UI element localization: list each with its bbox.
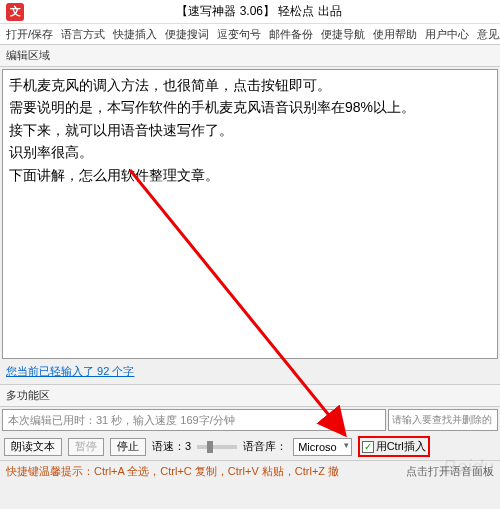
menu-open-save[interactable]: 打开/保存 xyxy=(4,27,55,42)
ctrl-insert-checkbox[interactable]: ✓ 用Ctrl插入 xyxy=(362,439,426,454)
controls-row: 朗读文本 暂停 停止 语速：3 语音库： Microso ✓ 用Ctrl插入 xyxy=(0,433,500,460)
window-title: 【速写神器 3.06】 轻松点 出品 xyxy=(24,3,494,20)
shortcut-tips: 快捷键温馨提示：Ctrl+A 全选，Ctrl+C 复制，Ctrl+V 粘贴，Ct… xyxy=(0,460,500,482)
typing-speed-info: 本次编辑已用时：31 秒，输入速度 169字/分钟 xyxy=(2,409,386,431)
multi-section-label: 多功能区 xyxy=(0,384,500,407)
status-line: 您当前已轻输入了 92 个字 xyxy=(0,361,500,382)
menu-quick-insert[interactable]: 快捷插入 xyxy=(111,27,159,42)
menu-user-center[interactable]: 用户中心 xyxy=(423,27,471,42)
ctrl-insert-label: 用Ctrl插入 xyxy=(376,439,426,454)
editor-section-label: 编辑区域 xyxy=(0,44,500,67)
speed-label: 语速：3 xyxy=(152,439,191,454)
menu-nav[interactable]: 便捷导航 xyxy=(319,27,367,42)
voice-lib-label: 语音库： xyxy=(243,439,287,454)
menu-feedback[interactable]: 意见反馈 xyxy=(475,27,500,42)
tips-text: 快捷键温馨提示：Ctrl+A 全选，Ctrl+C 复制，Ctrl+V 粘贴，Ct… xyxy=(6,464,339,479)
highlight-box: ✓ 用Ctrl插入 xyxy=(358,436,430,457)
menu-comma-period[interactable]: 逗变句号 xyxy=(215,27,263,42)
menu-search-word[interactable]: 便捷搜词 xyxy=(163,27,211,42)
menu-help[interactable]: 使用帮助 xyxy=(371,27,419,42)
menubar: 打开/保存 语言方式 快捷插入 便捷搜词 逗变句号 邮件备份 便捷导航 使用帮助… xyxy=(0,24,500,44)
search-delete-input[interactable]: 请输入要查找并删除的 xyxy=(388,409,498,431)
titlebar: 文 【速写神器 3.06】 轻松点 出品 xyxy=(0,0,500,24)
pause-button[interactable]: 暂停 xyxy=(68,438,104,456)
menu-mail-backup[interactable]: 邮件备份 xyxy=(267,27,315,42)
voice-lib-combo[interactable]: Microso xyxy=(293,438,352,456)
checkbox-icon: ✓ xyxy=(362,441,374,453)
open-voice-panel-link[interactable]: 点击打开语音面板 xyxy=(406,464,494,479)
app-icon: 文 xyxy=(6,3,24,21)
read-text-button[interactable]: 朗读文本 xyxy=(4,438,62,456)
editor-textarea[interactable]: 手机麦克风的调入方法，也很简单，点击按钮即可。 需要说明的是，本写作软件的手机麦… xyxy=(2,69,498,359)
speed-slider[interactable] xyxy=(197,445,237,449)
char-count-link[interactable]: 您当前已轻输入了 92 个字 xyxy=(6,365,134,377)
stop-button[interactable]: 停止 xyxy=(110,438,146,456)
menu-language[interactable]: 语言方式 xyxy=(59,27,107,42)
